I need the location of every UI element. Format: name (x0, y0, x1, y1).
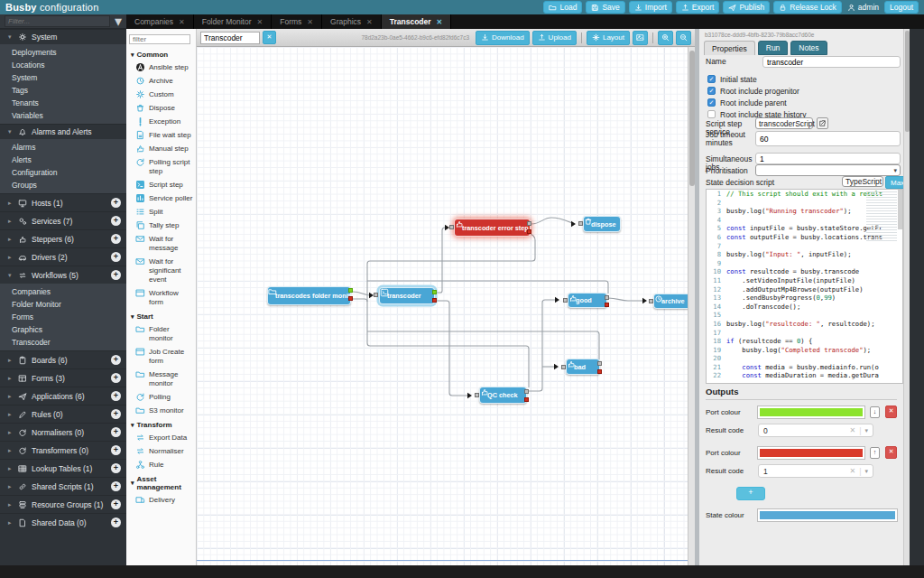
close-icon[interactable]: ✕ (307, 18, 313, 26)
port-grey[interactable] (527, 221, 531, 226)
chevron-right-icon[interactable]: ▸ (8, 501, 14, 508)
sidebar-item-services-7-[interactable]: ▸Services (7)+ (0, 211, 126, 229)
download-button[interactable]: Download (476, 31, 530, 45)
port-grey[interactable] (374, 293, 378, 297)
export-button[interactable]: Export (676, 1, 720, 14)
palette-item-ansible-step[interactable]: Ansible step (126, 61, 196, 74)
palette-item-wait-for-significant-event[interactable]: Wait for significant event (126, 255, 196, 286)
palette-group-asset-management[interactable]: ▾Asset management (126, 471, 196, 493)
port-green[interactable] (432, 290, 437, 294)
result-code-input[interactable]: 0✕|▾ (758, 424, 873, 437)
chevron-down-icon[interactable]: ▾ (864, 427, 868, 434)
sidebar-child-graphics[interactable]: Graphics (0, 323, 126, 336)
script-step-service-select[interactable]: transcoderScript ▾ (755, 117, 813, 129)
sidebar-item-shared-scripts-1-[interactable]: ▸Shared Scripts (1)+ (0, 477, 126, 495)
sidebar-child-tags[interactable]: Tags (0, 84, 126, 97)
sidebar-child-tenants[interactable]: Tenants (0, 97, 126, 109)
port-grey[interactable] (561, 365, 566, 369)
chevron-right-icon[interactable]: ▸ (8, 483, 14, 490)
palette-item-export-data[interactable]: Export Data (126, 431, 196, 444)
workflow-name-input[interactable] (200, 32, 260, 44)
panel-scrollbar[interactable] (903, 29, 910, 565)
sidebar-child-configuration[interactable]: Configuration (0, 166, 126, 179)
add-button[interactable]: + (111, 355, 121, 365)
palette-item-rule[interactable]: Rule (126, 458, 196, 471)
chevron-down-icon[interactable]: ▾ (864, 468, 868, 475)
palette-item-job-create-form[interactable]: Job Create form (126, 345, 196, 368)
maximize-editor-button[interactable]: Max (885, 176, 903, 189)
zoom-out-button[interactable] (676, 31, 691, 45)
simultaneous-jobs-input[interactable] (755, 153, 901, 164)
port-green[interactable] (348, 288, 353, 293)
sidebar-item-lookup-tables-1-[interactable]: ▸Lookup Tables (1)+ (0, 459, 126, 477)
add-button[interactable]: + (111, 499, 121, 509)
chevron-down-icon[interactable]: ▾ (8, 272, 14, 279)
add-button[interactable]: + (111, 373, 121, 383)
chevron-right-icon[interactable]: ▸ (8, 429, 14, 436)
add-button[interactable]: + (111, 198, 121, 208)
add-button[interactable]: + (111, 409, 121, 419)
move-up-button[interactable]: ↑ (870, 447, 881, 459)
palette-item-message-monitor[interactable]: Message monitor (126, 368, 196, 390)
sidebar-child-system[interactable]: System (0, 71, 126, 84)
close-icon[interactable]: ✕ (437, 18, 443, 26)
port-red[interactable] (597, 369, 602, 374)
sidebar-filter-input[interactable] (5, 15, 110, 27)
logout-button[interactable]: Logout (884, 1, 919, 14)
chevron-right-icon[interactable]: ▸ (8, 218, 14, 225)
palette-item-polling-script-step[interactable]: Polling script step (126, 155, 196, 178)
clear-icon[interactable]: ✕ (850, 426, 856, 434)
palette-item-script-step[interactable]: Script step (126, 178, 196, 191)
palette-group-start[interactable]: ▾Start (126, 309, 196, 322)
tab-transcoder[interactable]: Transcoder✕ (382, 14, 452, 29)
delete-output-button[interactable]: ✕ (885, 406, 897, 418)
result-code-input[interactable]: 1✕|▾ (758, 464, 873, 478)
close-icon[interactable]: ✕ (179, 18, 185, 26)
sidebar-item-system[interactable]: ▾System (0, 29, 126, 44)
sidebar-child-alerts[interactable]: Alerts (0, 154, 126, 166)
node-archive[interactable]: archive (653, 294, 688, 309)
sidebar-item-rules-0-[interactable]: ▸Rules (0)+ (0, 405, 126, 423)
tab-companies[interactable]: Companies✕ (126, 14, 194, 29)
palette-item-delivery[interactable]: Delivery (126, 493, 196, 507)
port-grey[interactable] (597, 361, 602, 366)
sidebar-child-variables[interactable]: Variables (0, 109, 126, 122)
sidebar-child-locations[interactable]: Locations (0, 59, 126, 71)
name-input[interactable] (762, 56, 901, 68)
state-colour-swatch[interactable] (758, 509, 897, 521)
port-colour-swatch[interactable] (758, 447, 864, 459)
sidebar-item-drivers-2-[interactable]: ▸Drivers (2)+ (0, 247, 126, 266)
sidebar-child-folder-monitor[interactable]: Folder Monitor (0, 298, 126, 311)
add-button[interactable]: + (111, 481, 121, 491)
chevron-right-icon[interactable]: ▸ (8, 393, 14, 400)
close-icon[interactable]: ✕ (257, 18, 263, 26)
node-bad[interactable]: bad (566, 359, 600, 375)
port-grey[interactable] (563, 298, 568, 303)
add-button[interactable]: + (111, 391, 121, 401)
load-button[interactable]: Load (543, 1, 582, 14)
palette-item-file-wait-step[interactable]: File wait step (126, 128, 196, 142)
palette-item-exception[interactable]: Exception (126, 115, 196, 128)
clear-icon[interactable]: ✕ (850, 467, 856, 475)
add-button[interactable]: + (111, 216, 121, 226)
chevron-down-icon[interactable]: ▾ (8, 128, 14, 135)
palette-item-normaliser[interactable]: Normaliser (126, 444, 196, 458)
palette-item-tally-step[interactable]: Tally step (126, 219, 196, 232)
sidebar-child-forms[interactable]: Forms (0, 311, 126, 323)
port-red[interactable] (527, 229, 531, 234)
release-lock-button[interactable]: Release Lock (773, 1, 842, 14)
node-qc-check[interactable]: QC check (479, 387, 527, 404)
sidebar-item-steppers-6-[interactable]: ▸Steppers (6)+ (0, 229, 126, 247)
port-colour-swatch[interactable] (758, 406, 864, 418)
sidebar-item-resource-groups-1-[interactable]: ▸Resource Groups (1)+ (0, 495, 126, 513)
chevron-down-icon[interactable]: ▾ (110, 15, 126, 28)
delete-output-button[interactable]: ✕ (885, 446, 897, 459)
palette-item-dispose[interactable]: Dispose (126, 101, 196, 115)
tab-forms[interactable]: Forms✕ (272, 14, 322, 29)
add-button[interactable]: + (111, 427, 121, 437)
chevron-right-icon[interactable]: ▸ (8, 411, 14, 418)
panel-tab-notes[interactable]: Notes (790, 41, 827, 55)
node-error-step[interactable]: transcoder error step (454, 219, 531, 237)
sidebar-item-workflows-5-[interactable]: ▾Workflows (5)+ (0, 266, 126, 284)
node-transcoder[interactable]: transcoder (379, 287, 435, 304)
